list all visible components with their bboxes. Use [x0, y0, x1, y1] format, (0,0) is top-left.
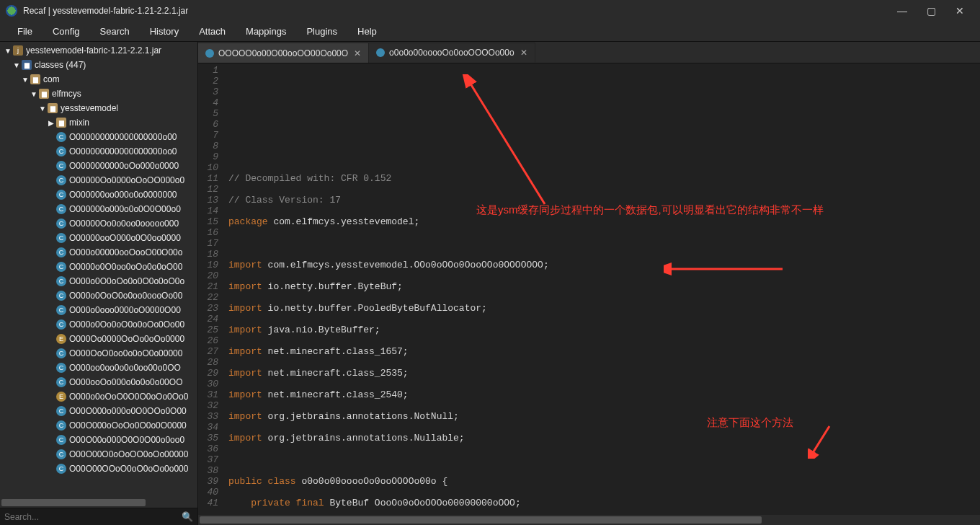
tree-class-item[interactable]: CO00000ooO000o0O0oo0000 — [0, 231, 197, 245]
menu-file[interactable]: File — [7, 23, 43, 40]
expand-icon[interactable]: ▼ — [30, 90, 37, 98]
tree-class-item[interactable]: CO000o0Oo0oO0o0oOo0Oo00 — [0, 317, 197, 332]
search-icon[interactable]: 🔍 — [182, 511, 193, 522]
tree-class-item[interactable]: CO000oo0oo0o0o0oo00o0OO — [0, 361, 197, 375]
class-icon: C — [56, 363, 66, 373]
tree-elfmcys[interactable]: ▼ ▆ elfmcys — [0, 87, 197, 101]
menubar: File Config Search History Attach Mappin… — [0, 22, 980, 42]
tree-classes[interactable]: ▼ ▆ classes (447) — [0, 58, 197, 72]
tree[interactable]: ▼ j yesstevemodel-fabric-1.21-2.2.1.jar … — [0, 42, 197, 498]
class-icon: C — [56, 233, 66, 243]
tree-class-item[interactable]: CO0000000000oOo000o0000 — [0, 159, 197, 173]
minimize-button[interactable]: — — [888, 1, 917, 21]
tree-label: O000000o000o0o0O0O00o0 — [69, 204, 181, 214]
package-icon: ▆ — [56, 118, 66, 128]
tree-mixin[interactable]: ▶ ▆ mixin — [0, 115, 197, 130]
window-title: Recaf | yesstevemodel-fabric-1.21-2.2.1.… — [23, 6, 188, 16]
maximize-button[interactable]: ▢ — [917, 1, 945, 21]
tree-class-item[interactable]: CO000ooOo000o0o0o0o00OO — [0, 375, 197, 389]
tree-class-item[interactable]: CO00O000oOoOo0O0o0O0000 — [0, 418, 197, 433]
tree-class-item[interactable]: CO000000oo000o0o0000000 — [0, 188, 197, 202]
menu-attach[interactable]: Attach — [189, 23, 236, 40]
tree-class-item[interactable]: EO000o0oOoO0O0O0oOo0Oo0 — [0, 389, 197, 404]
tab-label: OOOOO0o00O00ooOO00Oo00O — [218, 48, 348, 58]
class-icon: C — [56, 247, 66, 257]
tree-class-item[interactable]: CO00000Oo0o0oo0ooooo000 — [0, 216, 197, 231]
svg-line-0 — [469, 81, 545, 204]
tree-label: O000o00000ooOooO00O00o — [69, 247, 182, 257]
tree-class-item[interactable]: CO00O00o000O0O0O00o0oo0 — [0, 433, 197, 447]
expand-icon[interactable]: ▶ — [48, 119, 55, 127]
code[interactable]: 这是ysm缓存同步过程中的一个数据包,可以明显看出它的结构非常不一样 注意下面这… — [224, 63, 980, 515]
sidebar-hscroll[interactable] — [0, 498, 197, 508]
class-icon: C — [56, 291, 66, 301]
tree-class-item[interactable]: CO000o0OoO0o0oo0oooOo00 — [0, 288, 197, 303]
tree-label: O00O00o000O0O0O00o0oo0 — [69, 435, 184, 445]
tree-class-item[interactable]: CO000o00000ooOooO00O00o — [0, 245, 197, 260]
menu-mappings[interactable]: Mappings — [236, 23, 296, 40]
tree-class-item[interactable]: CO00O00OOoO0oO0oOo0o000 — [0, 462, 197, 476]
tree-class-item[interactable]: CO00O000o000o0O0OOo0O00 — [0, 404, 197, 418]
tree-class-item[interactable]: CO000000000000000000o00 — [0, 130, 197, 144]
expand-icon[interactable]: ▼ — [22, 76, 29, 84]
folder-icon: ▆ — [22, 60, 32, 70]
class-icon: C — [56, 175, 66, 185]
search-input[interactable] — [4, 512, 179, 522]
tree-root[interactable]: ▼ j yesstevemodel-fabric-1.21-2.2.1.jar — [0, 43, 197, 58]
menu-config[interactable]: Config — [43, 23, 90, 40]
tree-class-item[interactable]: CO000OoO0oo0o0oO0o00000 — [0, 346, 197, 361]
class-icon: C — [56, 435, 66, 445]
tree-class-item[interactable]: CO000o0O0oOo0o0O0o0oO0o — [0, 274, 197, 288]
tab-close-icon[interactable]: ✕ — [520, 48, 527, 58]
jar-icon: j — [13, 45, 23, 56]
package-icon: ▆ — [39, 89, 49, 99]
menu-history[interactable]: History — [140, 23, 189, 40]
tree-class-item[interactable]: CO0000o0O0oo0oOo0o0oO00 — [0, 260, 197, 274]
tabs: OOOOO0o00O00ooOO00Oo00O ✕ o0o0o00ooooOo0… — [198, 42, 980, 63]
editor: OOOOO0o00O00ooOO00Oo00O ✕ o0o0o00ooooOo0… — [198, 42, 980, 525]
expand-icon[interactable]: ▼ — [13, 61, 20, 69]
class-icon: C — [56, 377, 66, 387]
tab-1[interactable]: OOOOO0o00O00ooOO00Oo00O ✕ — [198, 43, 369, 63]
tree-class-item[interactable]: CO00000Oo0000oOoOO000o0 — [0, 173, 197, 188]
tree-label: O0000000000oOo000o0000 — [69, 161, 179, 171]
tree-label: com — [43, 74, 60, 84]
menu-plugins[interactable]: Plugins — [296, 23, 347, 40]
class-icon: C — [56, 348, 66, 358]
tree-label: yesstevemodel — [61, 103, 118, 113]
editor-hscroll[interactable] — [198, 515, 980, 525]
gutter: 1234567891011121314151617181920212223242… — [198, 63, 224, 515]
expand-icon[interactable]: ▼ — [4, 47, 12, 55]
tree-yesstevemodel[interactable]: ▼ ▆ yesstevemodel — [0, 101, 197, 115]
tree-label: O00O000oOoOo0O0o0O0000 — [69, 420, 187, 431]
tree-class-item[interactable]: EO000Oo0000OoOo0oOo0000 — [0, 332, 197, 346]
tree-class-item[interactable]: CO00O00O0oOoOO0oOo00000 — [0, 447, 197, 462]
tree-class-item[interactable]: CO000o0ooo0000oO0000O00 — [0, 303, 197, 317]
code-area[interactable]: 1234567891011121314151617181920212223242… — [198, 63, 980, 515]
class-icon: C — [56, 406, 66, 416]
tree-class-item[interactable]: CO000000000000000000oo0 — [0, 144, 197, 159]
class-icon: C — [56, 190, 66, 200]
tree-label: O0000o0O0oo0oOo0o0oO00 — [69, 262, 182, 272]
tree-label: O00000ooO000o0O0oo0000 — [69, 233, 181, 243]
tree-label: O00000Oo0000oOoOO000o0 — [69, 175, 184, 185]
menu-search[interactable]: Search — [90, 23, 140, 40]
tab-2[interactable]: o0o0o00ooooOo0ooOOOOo00o ✕ — [369, 43, 535, 63]
tab-close-icon[interactable]: ✕ — [354, 48, 361, 58]
tree-class-item[interactable]: CO000000o000o0o0O0O00o0 — [0, 202, 197, 216]
expand-icon[interactable]: ▼ — [39, 105, 46, 112]
class-icon: E — [56, 392, 66, 402]
class-icon: C — [56, 449, 66, 459]
close-button[interactable]: ✕ — [945, 1, 974, 21]
menu-help[interactable]: Help — [347, 23, 387, 40]
tree-label: O000o0O0oOo0o0O0o0oO0o — [69, 276, 184, 286]
search-bar: 🔍 — [0, 508, 197, 525]
class-icon: C — [56, 219, 66, 229]
tree-com[interactable]: ▼ ▆ com — [0, 72, 197, 87]
tab-label: o0o0o00ooooOo0ooOOOOo00o — [389, 48, 514, 58]
class-icon: C — [56, 204, 66, 214]
package-icon: ▆ — [48, 103, 58, 113]
class-icon: C — [56, 262, 66, 272]
tree-label: O000000oo000o0o0000000 — [69, 190, 177, 200]
class-icon: C — [56, 464, 66, 474]
